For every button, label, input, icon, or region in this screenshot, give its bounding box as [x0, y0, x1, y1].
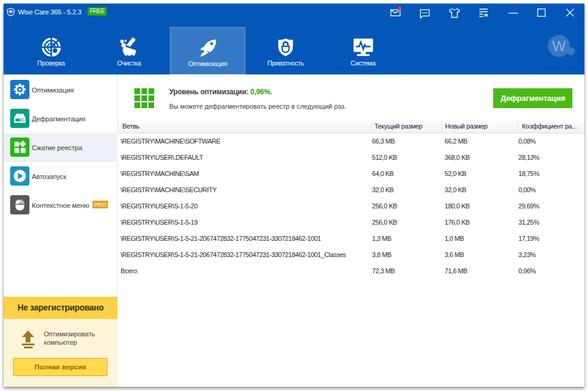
- svg-text:W: W: [552, 38, 566, 54]
